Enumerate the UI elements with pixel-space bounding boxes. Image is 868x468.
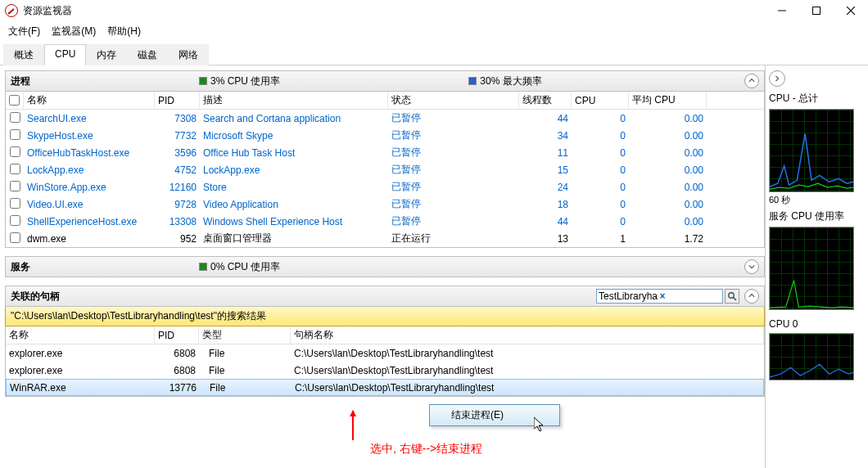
processes-header[interactable]: 进程 3% CPU 使用率 30% 最大频率: [5, 70, 765, 92]
app-icon: [5, 4, 18, 17]
table-row[interactable]: WinRAR.exe13776FileC:\Users\lan\Desktop\…: [6, 379, 764, 396]
services-cpu-label: 0% CPU 使用率: [210, 260, 280, 274]
collapse-processes-button[interactable]: [744, 74, 759, 88]
proc-cpu: 0: [572, 146, 629, 160]
table-row[interactable]: LockApp.exe4752LockApp.exe已暂停1500.00: [6, 161, 764, 178]
row-checkbox[interactable]: [10, 215, 20, 226]
proc-avg: 0.00: [629, 146, 707, 160]
proc-cpu: 0: [572, 180, 629, 195]
row-checkbox[interactable]: [10, 164, 20, 174]
table-row[interactable]: ShellExperienceHost.exe13308Windows Shel…: [6, 213, 764, 230]
proc-cpu: 0: [572, 128, 629, 143]
col-threads[interactable]: 线程数: [519, 92, 572, 109]
handle-type: File: [200, 380, 292, 395]
tab-overview[interactable]: 概述: [3, 44, 44, 65]
handle-path: C:\Users\lan\Desktop\TestLibraryhandling…: [291, 346, 764, 361]
handle-path: C:\Users\lan\Desktop\TestLibraryhandling…: [291, 363, 764, 378]
proc-pid: 7732: [155, 128, 200, 143]
table-row[interactable]: explorer.exe6808FileC:\Users\lan\Desktop…: [6, 344, 764, 362]
expand-services-button[interactable]: [744, 259, 759, 274]
menu-help[interactable]: 帮助(H): [102, 23, 146, 40]
table-row[interactable]: OfficeHubTaskHost.exe3596Office Hub Task…: [6, 144, 764, 161]
hcol-handle[interactable]: 句柄名称: [291, 326, 764, 344]
col-pid[interactable]: PID: [155, 92, 200, 109]
row-checkbox[interactable]: [10, 146, 20, 157]
handles-search-input[interactable]: TestLibraryhandling\test ×: [596, 289, 723, 304]
row-checkbox[interactable]: [10, 112, 20, 123]
proc-threads: 44: [519, 214, 572, 229]
col-cpu[interactable]: CPU: [572, 92, 629, 109]
close-button[interactable]: [834, 1, 868, 20]
row-checkbox[interactable]: [10, 181, 20, 191]
proc-name: Video.UI.exe: [24, 197, 155, 212]
row-checkbox[interactable]: [10, 198, 20, 209]
proc-cpu: 1: [572, 232, 629, 246]
max-freq-label: 30% 最大频率: [480, 74, 541, 88]
proc-name: SearchUI.exe: [24, 111, 155, 126]
proc-name: OfficeHubTaskHost.exe: [24, 146, 155, 160]
window-title: 资源监视器: [23, 4, 765, 18]
col-name[interactable]: 名称: [24, 92, 155, 109]
hcol-name[interactable]: 名称: [6, 326, 155, 344]
proc-status: 已暂停: [388, 178, 519, 196]
proc-threads: 15: [519, 163, 572, 178]
hcol-pid[interactable]: PID: [155, 326, 199, 344]
tab-cpu[interactable]: CPU: [44, 44, 86, 65]
select-all-checkbox[interactable]: [9, 95, 20, 106]
proc-avg: 1.72: [629, 232, 707, 246]
row-checkbox[interactable]: [10, 129, 20, 140]
tabs: 概述 CPU 内存 磁盘 网络: [0, 43, 868, 65]
table-row[interactable]: Video.UI.exe9728Video Application已暂停1800…: [6, 196, 764, 213]
proc-cpu: 0: [572, 214, 629, 229]
row-checkbox[interactable]: [10, 232, 20, 243]
tab-memory[interactable]: 内存: [86, 44, 127, 65]
table-row[interactable]: explorer.exe6808FileC:\Users\lan\Desktop…: [6, 362, 764, 379]
search-button[interactable]: [725, 289, 739, 304]
handles-title: 关联的句柄: [11, 290, 596, 304]
graph2-title: 服务 CPU 使用率: [769, 209, 868, 223]
tab-disk[interactable]: 磁盘: [127, 44, 168, 65]
proc-avg: 0.00: [629, 128, 707, 143]
collapse-handles-button[interactable]: [744, 289, 759, 304]
tab-network[interactable]: 网络: [168, 44, 209, 65]
proc-avg: 0.00: [629, 163, 707, 178]
table-row[interactable]: SearchUI.exe7308Search and Cortana appli…: [6, 110, 764, 127]
table-row[interactable]: WinStore.App.exe12160Store已暂停2400.00: [6, 178, 764, 196]
handle-proc: explorer.exe: [6, 346, 155, 361]
proc-avg: 0.00: [629, 197, 707, 212]
handle-type: File: [199, 346, 291, 361]
proc-avg: 0.00: [629, 111, 707, 126]
graphs-nav-button[interactable]: [769, 70, 785, 87]
graph1-title: CPU - 总计: [769, 92, 868, 106]
menu-file[interactable]: 文件(F): [3, 23, 45, 40]
maximize-button[interactable]: [799, 1, 834, 20]
svg-rect-1: [813, 7, 821, 15]
clear-search-icon[interactable]: ×: [660, 290, 720, 302]
menu-monitor[interactable]: 监视器(M): [47, 23, 101, 40]
proc-threads: 24: [519, 180, 572, 195]
handle-path: C:\Users\lan\Desktop\TestLibraryhandling…: [292, 380, 763, 395]
col-desc[interactable]: 描述: [200, 92, 388, 109]
table-row[interactable]: SkypeHost.exe7732Microsoft Skype已暂停3400.…: [6, 127, 764, 144]
services-header[interactable]: 服务 0% CPU 使用率: [5, 256, 765, 277]
graph-cpu-total: [769, 109, 854, 192]
col-avg[interactable]: 平均 CPU: [629, 92, 707, 109]
graph3-title: CPU 0: [769, 318, 868, 330]
processes-thead: 名称 PID 描述 状态 线程数 CPU 平均 CPU: [6, 92, 764, 110]
col-status[interactable]: 状态: [388, 92, 519, 109]
proc-name: ShellExperienceHost.exe: [24, 214, 155, 229]
handles-header[interactable]: 关联的句柄 TestLibraryhandling\test ×: [5, 286, 765, 307]
proc-threads: 34: [519, 128, 572, 143]
proc-threads: 44: [519, 111, 572, 126]
proc-threads: 11: [519, 146, 572, 160]
proc-status: 已暂停: [388, 196, 519, 213]
proc-threads: 13: [519, 232, 572, 246]
proc-desc: LockApp.exe: [200, 163, 388, 178]
svg-line-5: [734, 298, 737, 301]
proc-desc: Office Hub Task Host: [200, 146, 388, 160]
minimize-button[interactable]: [765, 1, 799, 20]
graph-service-cpu: [769, 227, 854, 310]
table-row[interactable]: dwm.exe952桌面窗口管理器正在运行1311.72: [6, 230, 764, 247]
proc-status: 已暂停: [388, 161, 519, 178]
hcol-type[interactable]: 类型: [199, 326, 291, 344]
